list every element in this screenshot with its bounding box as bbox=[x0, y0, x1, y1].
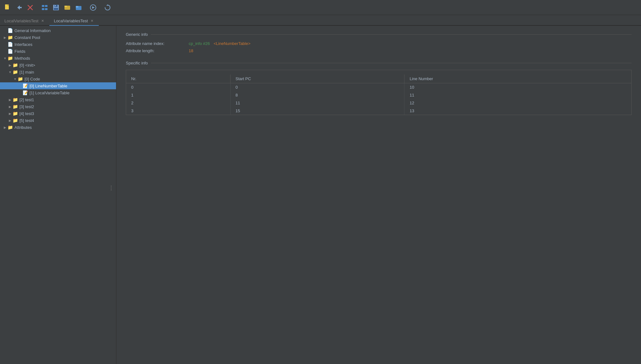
svg-rect-10 bbox=[45, 8, 47, 10]
cell-start_pc: 0 bbox=[230, 83, 404, 91]
cell-nr: 3 bbox=[126, 107, 230, 115]
tab-label-1: LocalVariablesTest bbox=[4, 19, 38, 23]
tree-arrow-attributes bbox=[3, 126, 8, 129]
cell-start_pc: 8 bbox=[230, 91, 404, 99]
tabs-bar: LocalVariablesTest ✕ LocalVariablesTest … bbox=[0, 15, 641, 26]
tree-label-test1: [2] test1 bbox=[20, 97, 34, 102]
tree-icon-general-info: 📄 bbox=[8, 28, 13, 33]
tree-item-main[interactable]: 📁 [1] main bbox=[0, 69, 116, 75]
svg-rect-8 bbox=[45, 5, 47, 7]
tree-icon-interfaces: 📄 bbox=[8, 42, 13, 47]
cell-nr: 1 bbox=[126, 91, 230, 99]
tree-item-test2[interactable]: 📁 [3] test2 bbox=[0, 103, 116, 110]
table-row: 21112 bbox=[126, 99, 631, 107]
cell-nr: 2 bbox=[126, 99, 230, 107]
tree-icon-attributes: 📁 bbox=[8, 125, 13, 130]
tree-icon-test2: 📁 bbox=[13, 104, 18, 109]
specific-info-label: Specific info bbox=[126, 61, 148, 65]
tree-item-line-number-table[interactable]: 📝 [0] LineNumberTable bbox=[0, 82, 116, 89]
svg-rect-13 bbox=[54, 8, 58, 10]
tree-icon-methods: 📁 bbox=[8, 56, 13, 61]
tree-label-interfaces: Interfaces bbox=[14, 42, 32, 47]
svg-rect-16 bbox=[64, 6, 67, 7]
cell-line_number: 12 bbox=[404, 99, 631, 107]
back-btn[interactable] bbox=[14, 3, 24, 13]
tree-icon-test1: 📁 bbox=[13, 97, 18, 102]
cell-start_pc: 15 bbox=[230, 107, 404, 115]
content-panel: Generic info Attribute name index: cp_in… bbox=[116, 26, 641, 364]
tree-icon-line-number-table: 📝 bbox=[23, 83, 28, 88]
tree-icon-main: 📁 bbox=[13, 69, 18, 74]
svg-rect-4 bbox=[20, 7, 22, 8]
main-layout: 📄 General Information 📁 Constant Pool 📄 … bbox=[0, 26, 641, 364]
cell-nr: 0 bbox=[126, 83, 230, 91]
tree-label-methods: Methods bbox=[14, 56, 30, 61]
toolbar bbox=[0, 0, 641, 15]
tree-icon-test4: 📁 bbox=[13, 118, 18, 123]
cell-start_pc: 11 bbox=[230, 99, 404, 107]
attribute-name-index-label: Attribute name index: bbox=[126, 41, 189, 46]
tree-item-test1[interactable]: 📁 [2] test1 bbox=[0, 96, 116, 103]
tree-arrow-constant-pool bbox=[3, 36, 8, 39]
tree-arrow-code bbox=[13, 77, 18, 81]
structure-btn[interactable] bbox=[40, 3, 50, 13]
tree-item-constant-pool[interactable]: 📁 Constant Pool bbox=[0, 34, 116, 41]
svg-marker-20 bbox=[92, 6, 95, 9]
attribute-length-row: Attribute length: 18 bbox=[126, 48, 632, 53]
tree-label-line-number-table: [0] LineNumberTable bbox=[30, 84, 67, 88]
tree-item-test4[interactable]: 📁 [5] test4 bbox=[0, 117, 116, 124]
tree-label-test4: [5] test4 bbox=[20, 118, 34, 123]
tree-icon-fields: 📄 bbox=[8, 49, 13, 54]
svg-marker-3 bbox=[17, 5, 20, 10]
attribute-length-label: Attribute length: bbox=[126, 48, 189, 53]
open-btn[interactable] bbox=[62, 3, 72, 13]
attribute-name-index-link[interactable]: cp_info #26 bbox=[189, 41, 210, 46]
tree-item-init[interactable]: 📁 [0] <init> bbox=[0, 62, 116, 69]
table-header-row: Nr. Start PC Line Number bbox=[126, 74, 631, 83]
tab-close-2[interactable]: ✕ bbox=[90, 19, 94, 23]
cell-line_number: 11 bbox=[404, 91, 631, 99]
tree-item-fields[interactable]: 📄 Fields bbox=[0, 48, 116, 55]
cell-line_number: 13 bbox=[404, 107, 631, 115]
tree-item-local-variable-table[interactable]: 📝 [1] LocalVariableTable bbox=[0, 89, 116, 96]
forward-btn[interactable] bbox=[88, 3, 98, 13]
new-file-btn[interactable] bbox=[3, 3, 13, 13]
tree-item-methods[interactable]: 📁 Methods bbox=[0, 55, 116, 62]
generic-info-label: Generic info bbox=[126, 32, 148, 37]
tree-icon-code: 📁 bbox=[18, 76, 23, 81]
table-row: 0010 bbox=[126, 83, 631, 91]
tab-localvariablestest-2[interactable]: LocalVariablesTest ✕ bbox=[49, 17, 99, 26]
tab-close-1[interactable]: ✕ bbox=[40, 19, 45, 23]
tree-arrow-test3 bbox=[8, 112, 13, 115]
tab-localvariablestest-1[interactable]: LocalVariablesTest ✕ bbox=[0, 17, 49, 26]
tab-label-2: LocalVariablesTest bbox=[54, 19, 88, 23]
line-number-table-wrapper: Nr. Start PC Line Number 001018112111231… bbox=[126, 70, 632, 115]
tree-icon-constant-pool: 📁 bbox=[8, 35, 13, 40]
tree-item-interfaces[interactable]: 📄 Interfaces bbox=[0, 41, 116, 48]
col-header-start-pc: Start PC bbox=[230, 74, 404, 83]
reload-btn[interactable] bbox=[103, 3, 113, 13]
tree-icon-test3: 📁 bbox=[13, 111, 18, 116]
generic-info-section-title: Generic info bbox=[126, 32, 632, 37]
tree-item-code[interactable]: 📁 [0] Code bbox=[0, 75, 116, 82]
save-btn[interactable] bbox=[51, 3, 61, 13]
tree-arrow-main bbox=[8, 70, 13, 74]
tree-label-code: [0] Code bbox=[25, 77, 40, 81]
tree-label-test3: [4] test3 bbox=[20, 111, 34, 116]
tree-label-test2: [3] test2 bbox=[20, 104, 34, 109]
tree-label-general-info: General Information bbox=[14, 28, 51, 33]
tree-item-general-info[interactable]: 📄 General Information bbox=[0, 27, 116, 34]
cell-line_number: 10 bbox=[404, 83, 631, 91]
close-btn[interactable] bbox=[25, 3, 35, 13]
tree-icon-local-variable-table: 📝 bbox=[23, 90, 28, 95]
tree-label-init: [0] <init> bbox=[20, 63, 35, 68]
tree-item-test3[interactable]: 📁 [4] test3 bbox=[0, 110, 116, 117]
sidebar: 📄 General Information 📁 Constant Pool 📄 … bbox=[0, 26, 116, 364]
tree-label-local-variable-table: [1] LocalVariableTable bbox=[30, 91, 70, 95]
svg-rect-12 bbox=[54, 5, 58, 7]
folder-btn[interactable] bbox=[74, 3, 84, 13]
tree-item-attributes[interactable]: 📁 Attributes bbox=[0, 124, 116, 131]
specific-info-section-title: Specific info bbox=[126, 61, 632, 65]
table-row: 31513 bbox=[126, 107, 631, 115]
tree-label-main: [1] main bbox=[20, 70, 34, 74]
